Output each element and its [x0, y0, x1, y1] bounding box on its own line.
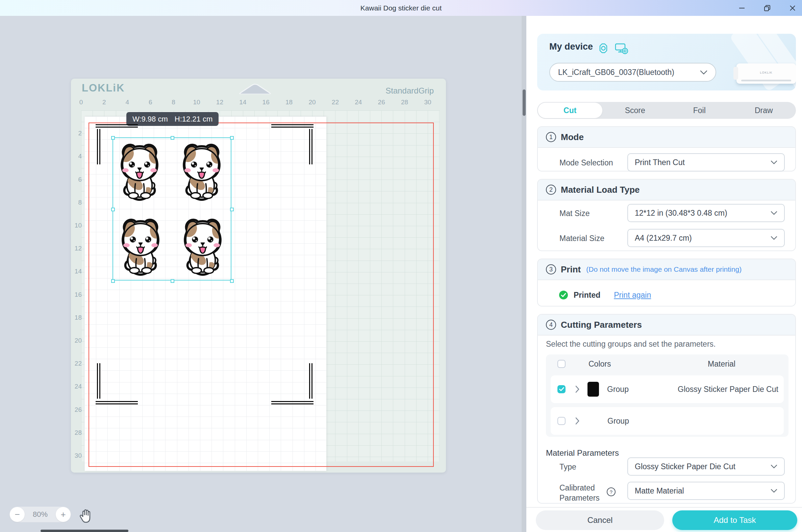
mode-select[interactable]: Print Then Cut	[627, 153, 785, 171]
device-section-title: My device	[549, 41, 593, 52]
window-title: Kawaii Dog sticker die cut	[0, 0, 802, 16]
chevron-right-icon[interactable]	[575, 417, 580, 425]
ruler-tick: 18	[286, 99, 293, 106]
material-load-header: 2 Material Load Type	[538, 179, 795, 201]
size-tooltip: W:9.98 cm H:12.21 cm	[126, 112, 219, 126]
device-name: LK_iCraft_GB06_0037(Bluetooth)	[558, 68, 674, 77]
plus-icon: +	[60, 509, 66, 520]
select-all-checkbox[interactable]	[558, 360, 566, 368]
group-checkbox[interactable]	[558, 417, 566, 425]
minimize-icon	[738, 4, 746, 12]
close-button[interactable]	[787, 3, 798, 14]
material-type-value: Glossy Sticker Paper Die Cut	[635, 462, 735, 471]
chevron-down-icon	[770, 211, 777, 215]
ruler-tick: 10	[69, 222, 82, 229]
dog-sticker[interactable]	[115, 142, 164, 205]
selection-handle[interactable]	[230, 136, 234, 140]
cancel-button[interactable]: Cancel	[536, 510, 664, 530]
registration-mark	[311, 363, 312, 399]
print-title: Print	[561, 264, 581, 275]
print-again-link[interactable]: Print again	[614, 291, 651, 300]
hand-icon	[78, 509, 93, 524]
panel-scrollbar[interactable]	[523, 90, 526, 116]
group-row[interactable]: Group Glossy Sticker Paper Die Cut	[551, 375, 784, 403]
chevron-down-icon	[770, 236, 777, 240]
add-to-task-button[interactable]: Add to Task	[672, 510, 797, 530]
ruler-tick: 8	[69, 199, 82, 206]
material-type-select[interactable]: Glossy Sticker Paper Die Cut	[627, 457, 785, 476]
tab-cut[interactable]: Cut	[538, 102, 602, 118]
operation-tabs: Cut Score Foil Draw	[537, 102, 796, 119]
loklik-logo: LOKLiK	[82, 82, 125, 94]
my-device-card: My device LK_iCraft_GB06_0037(Bluetooth)…	[537, 34, 796, 91]
ruler-tick: 26	[378, 99, 385, 106]
tab-draw[interactable]: Draw	[732, 102, 796, 119]
restore-button[interactable]	[762, 3, 772, 14]
selection-handle[interactable]	[111, 208, 115, 211]
material-size-label: Material Size	[560, 234, 604, 243]
cutting-parameters-section: 4 Cutting Parameters Select the cutting …	[537, 314, 796, 504]
device-settings-button[interactable]	[597, 42, 609, 56]
pan-tool-button[interactable]	[78, 509, 93, 525]
selection-handle[interactable]	[170, 136, 174, 140]
registration-mark	[309, 363, 310, 399]
selection-handle[interactable]	[111, 136, 115, 140]
color-swatch[interactable]	[587, 382, 599, 397]
ruler-tick: 28	[401, 99, 408, 106]
help-icon[interactable]: ?	[607, 488, 616, 496]
colors-column-header: Colors	[588, 360, 611, 368]
group-checkbox-checked[interactable]	[558, 385, 566, 393]
step-number: 2	[546, 185, 556, 195]
gear-icon	[597, 42, 609, 54]
device-refresh-icon	[614, 42, 629, 55]
ruler-tick: 14	[239, 99, 246, 106]
registration-mark	[96, 127, 138, 128]
mat-size-select[interactable]: 12*12 in (30.48*3 0.48 cm)	[627, 204, 785, 222]
ruler-tick: 30	[69, 452, 82, 459]
ruler-tick: 18	[69, 314, 82, 321]
tab-score[interactable]: Score	[603, 102, 668, 119]
ruler-tick: 2	[69, 130, 82, 137]
selection-handle[interactable]	[111, 279, 115, 283]
dog-sticker[interactable]	[179, 217, 227, 280]
registration-mark	[309, 129, 310, 165]
ruler-tick: 0	[79, 99, 83, 106]
ruler-tick: 22	[69, 360, 82, 367]
registration-mark	[96, 401, 138, 402]
material-size-select[interactable]: A4 (21x29.7 cm)	[627, 229, 785, 247]
tab-foil[interactable]: Foil	[667, 102, 732, 119]
type-label: Type	[560, 462, 576, 472]
printed-status: Printed	[573, 291, 600, 300]
zoom-level: 80%	[33, 510, 48, 519]
chevron-down-icon	[770, 160, 777, 165]
ruler-tick: 20	[69, 337, 82, 344]
print-note: (Do not move the image on Canvas after p…	[586, 265, 742, 273]
group-label: Group	[607, 385, 629, 394]
registration-mark	[96, 403, 138, 404]
zoom-out-button[interactable]: −	[10, 507, 25, 522]
ruler-tick: 2	[102, 99, 106, 106]
zoom-in-button[interactable]: +	[56, 507, 71, 522]
dog-sticker[interactable]	[178, 142, 226, 205]
group-row[interactable]: Group	[551, 407, 784, 435]
design-canvas[interactable]: LOKLiK StandardGrip W:9.98 cm H:12.21 cm…	[0, 16, 522, 532]
dog-sticker[interactable]	[116, 217, 165, 280]
registration-mark	[271, 124, 313, 125]
device-connection-button[interactable]	[614, 42, 629, 56]
minimize-button[interactable]	[736, 3, 747, 14]
chevron-down-icon	[770, 489, 777, 493]
ruler-tick: 24	[69, 383, 82, 390]
chevron-right-icon[interactable]	[575, 385, 580, 393]
print-header: 3 Print (Do not move the image on Canvas…	[538, 259, 795, 280]
horizontal-scrollbar[interactable]	[40, 530, 128, 532]
selection-box[interactable]	[112, 137, 232, 281]
machine-image: LOKLiK	[736, 63, 796, 84]
calibrated-parameters-select[interactable]: Matte Material	[627, 482, 785, 500]
selection-handle[interactable]	[230, 208, 234, 211]
ruler-tick: 16	[262, 99, 270, 106]
device-select[interactable]: LK_iCraft_GB06_0037(Bluetooth)	[549, 63, 716, 82]
selection-handle[interactable]	[230, 279, 234, 283]
ruler-tick: 14	[69, 268, 82, 275]
selection-handle[interactable]	[170, 279, 174, 283]
registration-mark	[99, 363, 100, 399]
